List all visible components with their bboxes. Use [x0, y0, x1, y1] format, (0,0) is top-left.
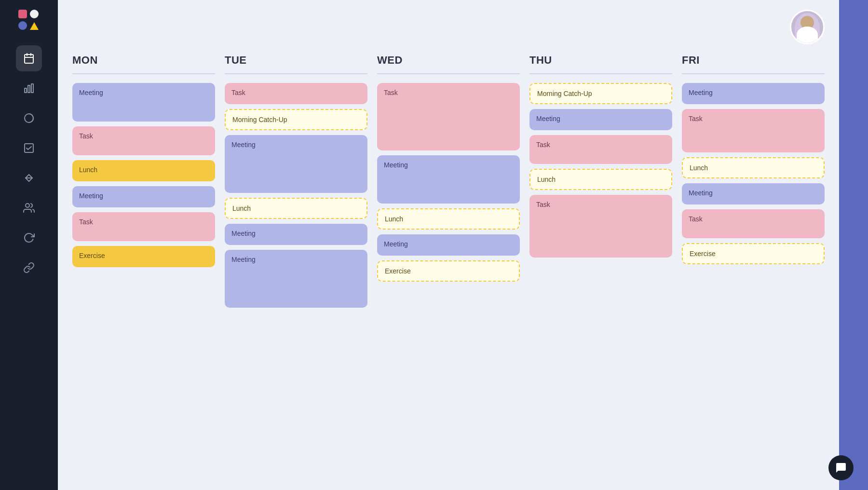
- event-fri-exercise[interactable]: Exercise: [682, 243, 825, 264]
- event-wed-exercise[interactable]: Exercise: [377, 260, 520, 282]
- event-mon-meeting-1[interactable]: Meeting: [72, 83, 215, 122]
- day-header-tue: TUE: [225, 54, 367, 67]
- event-tue-meeting-2[interactable]: Meeting: [225, 224, 367, 245]
- avatar-figure: [795, 13, 820, 43]
- chat-button[interactable]: [828, 455, 854, 480]
- svg-point-9: [26, 204, 29, 207]
- logo-circle-white: [30, 10, 39, 18]
- event-fri-meeting-1[interactable]: Meeting: [682, 83, 825, 104]
- event-wed-meeting-2[interactable]: Meeting: [377, 234, 520, 256]
- logo-triangle-yellow: [30, 22, 39, 30]
- event-mon-lunch[interactable]: Lunch: [72, 160, 215, 181]
- event-fri-task-1[interactable]: Task: [682, 109, 825, 152]
- checkbox-icon: [23, 142, 35, 154]
- team-icon: [23, 202, 35, 214]
- event-thu-task-1[interactable]: Task: [529, 135, 672, 164]
- day-column-thu: THU Morning Catch-Up Meeting Task Lunch …: [529, 54, 672, 308]
- sidebar-navigation: [0, 45, 58, 490]
- sidebar-item-calendar[interactable]: [16, 45, 42, 71]
- event-fri-meeting-2[interactable]: Meeting: [682, 183, 825, 204]
- sidebar: [0, 0, 58, 490]
- svg-rect-0: [25, 54, 33, 63]
- day-column-tue: TUE Task Morning Catch-Up Meeting Lunch …: [225, 54, 367, 308]
- day-divider-thu: [529, 73, 672, 74]
- logo-circle-blue: [18, 21, 27, 30]
- calendar: MON Meeting Task Lunch Meeting Task Exer…: [58, 54, 839, 490]
- refresh-icon: [23, 232, 35, 244]
- svg-rect-5: [28, 85, 30, 93]
- day-column-fri: FRI Meeting Task Lunch Meeting Task Exer…: [682, 54, 825, 308]
- event-thu-task-2[interactable]: Task: [529, 195, 672, 258]
- event-tue-task[interactable]: Task: [225, 83, 367, 104]
- circle-chart-icon: [23, 112, 35, 124]
- event-mon-meeting-2[interactable]: Meeting: [72, 186, 215, 207]
- link-icon: [23, 262, 35, 273]
- event-fri-task-2[interactable]: Task: [682, 209, 825, 238]
- day-header-fri: FRI: [682, 54, 825, 67]
- calendar-grid: MON Meeting Task Lunch Meeting Task Exer…: [72, 54, 825, 308]
- sidebar-item-team[interactable]: [16, 195, 42, 221]
- event-wed-lunch[interactable]: Lunch: [377, 208, 520, 230]
- avatar-body: [797, 27, 818, 43]
- right-accent-panel: [839, 0, 868, 490]
- logo-square-red: [18, 10, 27, 18]
- chat-icon: [835, 462, 847, 474]
- day-column-mon: MON Meeting Task Lunch Meeting Task Exer…: [72, 54, 215, 308]
- sidebar-item-analytics[interactable]: [16, 75, 42, 101]
- day-divider-tue: [225, 73, 367, 74]
- day-divider-wed: [377, 73, 520, 74]
- svg-rect-6: [31, 84, 33, 93]
- user-avatar[interactable]: [790, 10, 825, 44]
- event-thu-meeting[interactable]: Meeting: [529, 109, 672, 130]
- sidebar-item-tasks[interactable]: [16, 135, 42, 161]
- sidebar-item-link[interactable]: [16, 255, 42, 281]
- event-tue-morning-catchup[interactable]: Morning Catch-Up: [225, 109, 367, 130]
- day-column-wed: WED Task Meeting Lunch Meeting Exercise: [377, 54, 520, 308]
- calendar-icon: [23, 53, 35, 64]
- svg-rect-4: [25, 88, 27, 93]
- event-fri-lunch[interactable]: Lunch: [682, 157, 825, 178]
- event-tue-meeting-3[interactable]: Meeting: [225, 250, 367, 308]
- day-header-thu: THU: [529, 54, 672, 67]
- event-mon-task-2[interactable]: Task: [72, 212, 215, 241]
- event-wed-meeting[interactable]: Meeting: [377, 155, 520, 204]
- event-tue-lunch[interactable]: Lunch: [225, 198, 367, 219]
- day-divider-fri: [682, 73, 825, 74]
- day-divider-mon: [72, 73, 215, 74]
- event-thu-lunch[interactable]: Lunch: [529, 169, 672, 190]
- header: [58, 0, 839, 54]
- sidebar-item-transfer[interactable]: [16, 165, 42, 191]
- event-wed-task[interactable]: Task: [377, 83, 520, 150]
- event-mon-task[interactable]: Task: [72, 126, 215, 155]
- main-content: MON Meeting Task Lunch Meeting Task Exer…: [58, 0, 839, 490]
- transfer-icon: [23, 172, 35, 184]
- day-header-mon: MON: [72, 54, 215, 67]
- event-mon-exercise[interactable]: Exercise: [72, 246, 215, 267]
- sidebar-item-circle[interactable]: [16, 105, 42, 131]
- app-logo: [0, 0, 58, 41]
- event-tue-meeting-1[interactable]: Meeting: [225, 135, 367, 193]
- sidebar-item-refresh[interactable]: [16, 225, 42, 251]
- bar-chart-icon: [23, 82, 35, 94]
- day-header-wed: WED: [377, 54, 520, 67]
- event-thu-morning-catchup[interactable]: Morning Catch-Up: [529, 83, 672, 104]
